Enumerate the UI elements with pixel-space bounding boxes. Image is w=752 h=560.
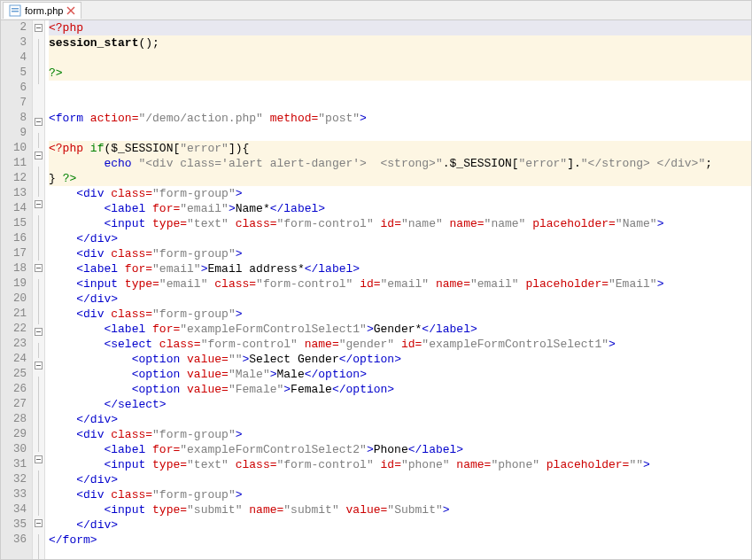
fold-marker [33,182,44,197]
fold-marker [33,39,44,54]
code-line[interactable]: echo "<div class='alert alert-danger'> <… [49,156,751,171]
code-line[interactable]: } ?> [49,171,751,186]
fold-marker[interactable] [33,519,44,534]
line-number: 27 [13,397,27,412]
line-number: 33 [13,487,27,502]
tab-form-php[interactable]: form.php [3,2,81,19]
fold-marker[interactable] [33,118,44,133]
line-number: 5 [13,66,27,81]
line-number: 32 [13,472,27,487]
code-line[interactable] [49,96,751,111]
code-line[interactable] [49,126,751,141]
code-line[interactable]: </div> [49,231,751,246]
line-number: 20 [13,292,27,307]
code-line[interactable]: session_start(); [49,35,751,51]
svg-rect-2 [12,11,19,12]
line-number: 22 [13,322,27,337]
fold-column[interactable] [33,20,45,559]
code-line[interactable]: <?php [49,20,751,35]
line-number: 8 [13,111,27,126]
fold-marker[interactable] [33,328,44,343]
code-line[interactable]: <input type="submit" name="submit" value… [49,502,751,517]
fold-marker [33,471,44,486]
fold-marker [33,215,44,230]
tab-bar: form.php [1,1,751,20]
code-line[interactable]: </div> [49,412,751,427]
line-number-gutter: 2345678910111213141516171819202122232425… [1,20,33,559]
line-number: 16 [13,231,27,246]
code-line[interactable]: </form> [49,533,751,548]
code-line[interactable]: <input type="text" class="form-control" … [49,216,751,231]
fold-marker [33,279,44,294]
line-number: 11 [13,156,27,171]
code-line[interactable]: <div class="form-group"> [49,246,751,261]
fold-marker [33,245,44,261]
fold-marker[interactable] [33,200,44,215]
fold-marker [33,392,44,407]
line-number: 3 [13,35,27,51]
fold-marker [33,167,44,182]
line-number: 31 [13,457,27,472]
line-number: 30 [13,442,27,457]
code-line[interactable]: <input type="text" class="form-control" … [49,457,751,472]
code-line[interactable]: <label for="exampleFormControlSelect1">G… [49,322,751,337]
code-area[interactable]: <?phpsession_start(); ?> <form action="/… [45,20,751,559]
fold-marker[interactable] [33,362,44,377]
line-number: 9 [13,126,27,141]
code-line[interactable]: <form action="/demo/action.php" method="… [49,111,751,126]
code-line[interactable]: <label for="email">Name*</label> [49,201,751,216]
fold-marker [33,133,44,148]
fold-marker[interactable] [33,264,44,279]
fold-marker [33,84,44,99]
fold-marker [33,343,44,358]
code-line[interactable]: <label for="exampleFormControlSelect2">P… [49,442,751,457]
code-line[interactable]: <select class="form-control" name="gende… [49,337,751,352]
line-number: 36 [13,533,27,548]
code-line[interactable] [49,81,751,96]
line-number: 4 [13,51,27,66]
fold-marker [33,377,44,392]
php-file-icon [9,4,21,17]
fold-marker [33,407,44,422]
line-number: 26 [13,382,27,397]
fold-marker[interactable] [33,24,44,39]
code-line[interactable]: <option value="Male">Male</option> [49,367,751,382]
line-number: 21 [13,307,27,322]
code-line[interactable]: ?> [49,66,751,81]
fold-marker [33,534,44,549]
line-number: 10 [13,141,27,156]
fold-marker [33,294,44,309]
line-number: 24 [13,352,27,367]
code-line[interactable]: <input type="email" class="form-control"… [49,276,751,292]
line-number: 14 [13,201,27,216]
code-editor[interactable]: 2345678910111213141516171819202122232425… [1,20,751,559]
code-line[interactable]: <div class="form-group"> [49,186,751,201]
line-number: 12 [13,171,27,186]
line-number: 25 [13,367,27,382]
line-number: 28 [13,412,27,427]
code-line[interactable] [49,51,751,66]
code-line[interactable]: <option value="">Select Gender</option> [49,352,751,367]
line-number: 18 [13,261,27,276]
code-line[interactable]: </div> [49,472,751,487]
code-line[interactable]: <?php if($_SESSION["error"]){ [49,141,751,156]
line-number: 34 [13,502,27,517]
code-line[interactable]: <option value="Female">Female</option> [49,382,751,397]
fold-marker [33,422,44,437]
fold-marker[interactable] [33,455,44,471]
code-line[interactable]: <div class="form-group"> [49,427,751,442]
fold-marker [33,54,44,69]
close-tab-icon[interactable] [66,6,75,15]
code-line[interactable]: </div> [49,292,751,307]
fold-marker [33,486,44,501]
fold-marker[interactable] [33,152,44,167]
code-line[interactable]: </div> [49,517,751,533]
line-number: 29 [13,427,27,442]
code-line[interactable]: <div class="form-group"> [49,487,751,502]
fold-marker [33,99,44,114]
line-number: 15 [13,216,27,231]
code-line[interactable]: <div class="form-group"> [49,307,751,322]
code-line[interactable]: </select> [49,397,751,412]
code-line[interactable]: <label for="email">Email address*</label… [49,261,751,276]
fold-marker [33,309,44,324]
